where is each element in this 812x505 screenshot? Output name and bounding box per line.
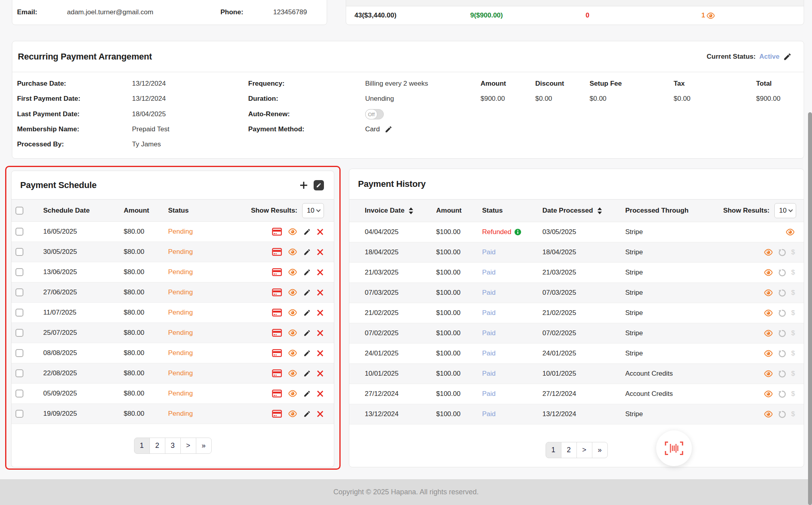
scrollbar-thumb[interactable] <box>808 112 812 505</box>
date-processed-header[interactable]: Date Processed <box>527 207 610 215</box>
charge-card-icon[interactable] <box>272 309 282 317</box>
edit-icon[interactable] <box>303 269 311 276</box>
eye-icon[interactable] <box>288 268 297 276</box>
eye-icon[interactable] <box>764 248 773 256</box>
eye-icon[interactable] <box>785 228 795 236</box>
refund-icon[interactable] <box>778 390 787 398</box>
charge-card-icon[interactable] <box>272 329 282 337</box>
charge-card-icon[interactable] <box>272 369 282 377</box>
row-checkbox[interactable] <box>15 410 23 418</box>
row-checkbox[interactable] <box>15 349 23 357</box>
last-page-button[interactable]: » <box>592 442 608 458</box>
amount-cell: $100.00 <box>421 349 467 357</box>
delete-icon[interactable] <box>317 330 324 336</box>
delete-icon[interactable] <box>317 228 324 235</box>
edit-icon[interactable] <box>303 329 311 337</box>
refund-icon[interactable] <box>778 268 787 277</box>
invoice-date-header[interactable]: Invoice Date <box>349 207 421 215</box>
add-payment-icon[interactable] <box>300 181 308 189</box>
summary-pending-count: 1 <box>701 12 705 19</box>
edit-icon[interactable] <box>303 410 311 418</box>
delete-icon[interactable] <box>317 350 324 357</box>
eye-icon[interactable] <box>764 269 773 277</box>
refund-icon[interactable] <box>778 369 787 378</box>
amount-cell: $100.00 <box>421 329 467 337</box>
eye-icon[interactable] <box>288 248 297 256</box>
eye-icon[interactable] <box>288 228 297 236</box>
charge-card-icon[interactable] <box>272 288 282 296</box>
sort-icon[interactable] <box>597 207 602 214</box>
delete-icon[interactable] <box>317 269 324 276</box>
charge-card-icon[interactable] <box>272 349 282 357</box>
page-button[interactable]: 1 <box>134 438 150 454</box>
show-results-select[interactable]: 10 <box>302 203 324 218</box>
delete-icon[interactable] <box>317 249 324 255</box>
refund-icon[interactable] <box>778 288 787 297</box>
edit-icon[interactable] <box>303 370 311 377</box>
edit-icon[interactable] <box>303 289 311 296</box>
delete-icon[interactable] <box>317 411 324 417</box>
row-checkbox[interactable] <box>15 248 23 256</box>
row-checkbox[interactable] <box>15 309 23 317</box>
row-checkbox[interactable] <box>15 268 23 276</box>
row-checkbox[interactable] <box>15 228 23 236</box>
charge-card-icon[interactable] <box>272 268 282 276</box>
eye-icon[interactable] <box>288 349 297 357</box>
row-checkbox[interactable] <box>15 329 23 337</box>
eye-icon[interactable] <box>764 370 773 378</box>
page-button[interactable]: 1 <box>546 442 561 458</box>
eye-icon[interactable] <box>764 309 773 317</box>
page-button[interactable]: 2 <box>561 442 577 458</box>
eye-icon[interactable] <box>288 410 297 418</box>
status-cell: Paid <box>482 370 496 378</box>
refund-dollar-icon: $ <box>791 410 795 418</box>
eye-icon[interactable] <box>288 329 297 337</box>
charge-card-icon[interactable] <box>272 390 282 397</box>
row-checkbox[interactable] <box>15 369 23 377</box>
charge-card-icon[interactable] <box>272 248 282 256</box>
next-page-button[interactable]: > <box>576 442 592 458</box>
page-button[interactable]: 2 <box>149 438 165 454</box>
edit-icon[interactable] <box>303 248 311 256</box>
delete-icon[interactable] <box>317 370 324 377</box>
row-checkbox[interactable] <box>15 288 23 296</box>
sort-icon[interactable] <box>408 207 414 214</box>
edit-payment-method-icon[interactable] <box>385 125 393 133</box>
charge-card-icon[interactable] <box>272 410 282 418</box>
last-page-button[interactable]: » <box>196 438 212 454</box>
edit-schedule-button[interactable] <box>314 180 324 190</box>
edit-status-icon[interactable] <box>783 52 792 61</box>
delete-icon[interactable] <box>317 390 324 397</box>
auto-renew-toggle[interactable]: Off <box>365 109 384 119</box>
eye-icon[interactable] <box>764 349 773 357</box>
edit-icon[interactable] <box>303 228 311 236</box>
refund-icon[interactable] <box>778 410 787 419</box>
edit-icon[interactable] <box>303 349 311 357</box>
barcode-scan-button[interactable] <box>656 430 692 466</box>
eye-icon[interactable] <box>764 329 773 337</box>
eye-icon[interactable] <box>764 289 773 297</box>
eye-icon[interactable] <box>706 12 715 19</box>
row-checkbox[interactable] <box>15 390 23 397</box>
edit-icon[interactable] <box>303 390 311 397</box>
refund-icon[interactable] <box>778 329 787 338</box>
delete-icon[interactable] <box>317 289 324 296</box>
show-results-select[interactable]: 10 <box>774 203 796 218</box>
eye-icon[interactable] <box>764 410 773 418</box>
refund-icon[interactable] <box>778 248 787 257</box>
charge-card-icon[interactable] <box>272 228 282 236</box>
eye-icon[interactable] <box>764 390 773 398</box>
refund-icon[interactable] <box>778 349 787 358</box>
info-icon[interactable] <box>514 228 521 236</box>
delete-icon[interactable] <box>317 309 324 316</box>
edit-icon[interactable] <box>303 309 311 317</box>
select-all-checkbox[interactable] <box>15 207 23 215</box>
next-page-button[interactable]: > <box>180 438 196 454</box>
eye-icon[interactable] <box>288 369 297 377</box>
eye-icon[interactable] <box>288 288 297 296</box>
table-row: 25/07/2025 $80.00 Pending <box>11 323 334 343</box>
eye-icon[interactable] <box>288 309 297 317</box>
eye-icon[interactable] <box>288 390 297 397</box>
refund-icon[interactable] <box>778 309 787 317</box>
page-button[interactable]: 3 <box>165 438 181 454</box>
